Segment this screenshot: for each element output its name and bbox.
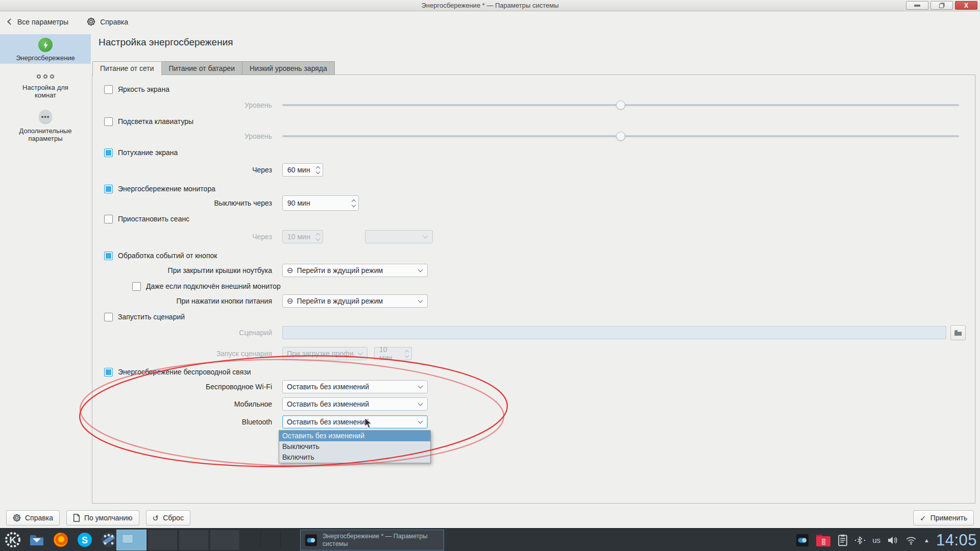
wifi-icon[interactable] [905, 535, 917, 545]
button-events-checkbox[interactable] [104, 252, 113, 260]
suspend-icon: ⊖ [287, 266, 293, 275]
spinbox-value: 90 мин [287, 199, 310, 207]
sidebar-item-label: Настройка для комнат [0, 84, 91, 99]
document-icon [73, 514, 80, 522]
wastebin-icon[interactable] [816, 534, 831, 547]
all-settings-button[interactable]: Все параметры [8, 18, 68, 26]
monitor-off-spinbox[interactable]: 90 мин [282, 195, 359, 211]
external-monitor-checkbox[interactable] [132, 282, 141, 291]
sidebar-item-activities[interactable]: Настройка для комнат [0, 67, 91, 104]
brightness-level-label: Уровень [92, 101, 272, 109]
sidebar-item-energy[interactable]: Энергосбережение [0, 34, 91, 64]
script-when-row: Запуск сценария При загрузке профиля 10 … [92, 347, 975, 360]
dropdown-option[interactable]: Выключить [279, 441, 430, 452]
dropdown-option[interactable]: Оставить без изменений [279, 431, 430, 441]
script-when-select: При загрузке профиля [282, 347, 368, 360]
desktop-3[interactable] [179, 530, 209, 550]
reset-button[interactable]: ↺ Сброс [146, 510, 190, 525]
brightness-level-row: Уровень [92, 98, 975, 112]
keyboard-level-row: Уровень [92, 130, 975, 143]
settings-panel: Яркость экрана Уровень Подсветка клавиат… [92, 74, 975, 504]
defaults-button[interactable]: По умолчанию [66, 510, 139, 525]
wifi-select[interactable]: Оставить без изменений [282, 380, 428, 393]
power-button-label: При нажатии кнопки питания [92, 297, 272, 305]
dropdown-option[interactable]: Включить [279, 452, 430, 463]
run-script-checkbox[interactable] [104, 313, 113, 321]
firefox-icon[interactable] [52, 531, 69, 548]
wireless-powersave-label: Энергосбережение беспроводной связи [118, 368, 251, 376]
suspend-session-checkbox[interactable] [104, 215, 113, 223]
dim-after-spinbox[interactable]: 60 мин [282, 163, 323, 177]
tab-battery[interactable]: Питание от батареи [162, 61, 243, 75]
dim-screen-label: Потухание экрана [118, 148, 178, 157]
check-icon: ✓ [920, 514, 926, 522]
skype-icon[interactable]: S [76, 531, 93, 548]
desktop-1[interactable] [116, 530, 146, 550]
help-footer-button[interactable]: Справка [6, 510, 60, 525]
spinbox-arrows-icon[interactable] [352, 200, 355, 207]
bluetooth-dropdown-popup: Оставить без изменений Выключить Включит… [279, 430, 431, 463]
suspend-after-spinbox: 10 мин [282, 230, 323, 243]
keyboard-backlight-checkbox[interactable] [104, 117, 113, 126]
titlebar: Энергосбережение * — Параметры системы X [0, 0, 980, 11]
tray-expander-icon[interactable]: ▲ [924, 537, 929, 543]
brightness-checkbox[interactable] [104, 85, 113, 94]
video-app-icon[interactable] [100, 531, 117, 548]
tab-low-battery[interactable]: Низкий уровень заряда [242, 61, 335, 75]
desktop-4[interactable] [210, 530, 240, 550]
volume-icon[interactable] [887, 535, 898, 545]
monitor-powersave-checkbox[interactable] [104, 185, 113, 193]
browse-script-button[interactable] [950, 325, 966, 340]
virtual-desktop-pager [116, 530, 240, 550]
dim-after-row: Через 60 мин [92, 163, 975, 177]
mobile-select[interactable]: Оставить без изменений [282, 397, 428, 411]
chevron-down-icon [418, 298, 423, 303]
help-label: Справка [100, 18, 128, 26]
toolbar: Все параметры Справка [0, 12, 980, 32]
apply-button[interactable]: ✓ Применить [913, 510, 974, 525]
keyboard-backlight-row: Подсветка клавиатуры [104, 116, 193, 127]
tab-bar: Питание от сети Питание от батареи Низки… [92, 61, 335, 75]
desktop-2[interactable] [148, 530, 178, 550]
activities-icon [0, 74, 91, 79]
wifi-row: Беспроводное Wi-Fi Оставить без изменени… [92, 380, 975, 393]
taskbar-entry-title: Энергосбережение * — Параметры системы [323, 533, 439, 548]
help-button[interactable]: Справка [87, 17, 128, 26]
close-button[interactable]: X [955, 1, 977, 10]
script-path-input[interactable] [282, 326, 946, 339]
dim-screen-checkbox[interactable] [104, 148, 113, 157]
combo-value: Оставить без изменений [287, 400, 414, 408]
chevron-down-icon [423, 234, 428, 239]
lid-action-select[interactable]: ⊖ Перейти в ждущий режим [282, 264, 428, 277]
sidebar-item-advanced[interactable]: ••• Дополнительные параметры [0, 105, 91, 145]
folder-icon [954, 330, 962, 336]
bluetooth-icon[interactable] [854, 535, 866, 545]
taskbar-window-entry[interactable]: Энергосбережение * — Параметры системы [300, 530, 444, 550]
spinbox-arrows-icon[interactable] [316, 167, 320, 173]
keyboard-level-slider[interactable] [282, 131, 959, 141]
power-button-select[interactable]: ⊖ Перейти в ждущий режим [282, 294, 428, 308]
spinbox-arrows-icon [316, 234, 320, 240]
external-monitor-label: Даже если подключён внешний монитор [146, 282, 281, 290]
wireless-powersave-checkbox[interactable] [104, 368, 113, 377]
suspend-icon: ⊖ [287, 296, 293, 306]
clock[interactable]: 14:05 [936, 531, 977, 549]
clipboard-icon[interactable] [838, 534, 848, 546]
slider-handle[interactable] [616, 101, 625, 110]
slider-handle[interactable] [616, 132, 625, 141]
footer: Справка По умолчанию ↺ Сброс ✓ Применить [0, 508, 980, 528]
suspend-session-label: Приостановить сеанс [118, 215, 189, 223]
button-events-label: Обработка событий от кнопок [118, 252, 217, 260]
keyboard-layout-indicator[interactable]: us [872, 536, 880, 544]
kde-menu-icon[interactable]: K [4, 531, 21, 548]
file-manager-icon[interactable] [28, 531, 45, 548]
apply-label: Применить [930, 514, 967, 522]
brightness-level-slider[interactable] [282, 100, 959, 110]
tab-ac-power[interactable]: Питание от сети [92, 61, 162, 76]
help-helm-icon [87, 17, 95, 26]
maximize-button[interactable] [930, 1, 953, 10]
bluetooth-select[interactable]: Оставить без изменений [282, 415, 428, 429]
system-settings-tray-icon[interactable] [796, 534, 809, 547]
chevron-down-icon [418, 401, 423, 406]
minimize-button[interactable] [906, 1, 928, 10]
